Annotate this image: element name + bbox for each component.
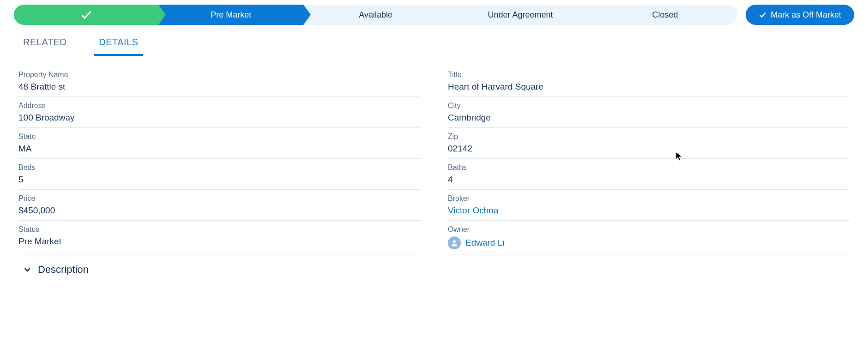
avatar [448,236,461,249]
mark-off-market-label: Mark as Off Market [771,10,841,20]
field-label: Baths [448,163,850,172]
field-label: Zip [448,133,850,141]
mark-off-market-button[interactable]: Mark as Off Market [746,5,854,25]
svg-point-0 [453,240,456,243]
accordion-title: Description [38,264,89,276]
path-step-under-agreement[interactable]: Under Agreement [448,5,592,25]
tab-label: DETAILS [99,37,138,47]
field-value: 4 [448,175,850,185]
tab-label: RELATED [23,37,66,47]
field-property-name[interactable]: Property Name 48 Brattle st [18,66,420,97]
field-label: Beds [18,163,420,172]
tab-related[interactable]: RELATED [18,33,71,56]
field-label: Title [448,71,850,79]
field-label: Property Name [18,71,420,79]
field-title[interactable]: Title Heart of Harvard Square [448,66,850,97]
owner-link[interactable]: Edward Li [465,238,505,248]
field-status[interactable]: Status Pre Market [18,221,420,254]
field-city[interactable]: City Cambridge [448,97,850,128]
field-broker[interactable]: Broker Victor Ochoa [448,190,850,221]
field-value: $450,000 [18,205,420,216]
field-value: Cambridge [448,113,850,123]
description-accordion[interactable]: Description [0,254,868,276]
path-row: Pre Market Available Under Agreement Clo… [0,5,868,33]
path-container: Pre Market Available Under Agreement Clo… [14,5,737,25]
field-value: Pre Market [18,236,420,247]
field-value: 02142 [448,144,850,154]
field-baths[interactable]: Baths 4 [448,159,850,190]
detail-tabs: RELATED DETAILS [0,33,868,56]
check-icon [80,8,93,21]
broker-link[interactable]: Victor Ochoa [448,205,850,216]
path-step-closed[interactable]: Closed [593,5,737,25]
field-label: Address [18,102,420,110]
field-owner[interactable]: Owner Edward Li [448,221,850,254]
path-step-complete[interactable] [14,5,158,25]
field-price[interactable]: Price $450,000 [18,190,420,221]
field-value: 5 [18,175,420,185]
field-beds[interactable]: Beds 5 [18,159,420,190]
field-zip[interactable]: Zip 02142 [448,128,850,159]
field-value: MA [18,144,420,154]
field-value: 100 Broadway [18,113,420,123]
field-value: 48 Brattle st [18,82,420,92]
path-step-label: Pre Market [211,10,251,20]
path-step-label: Available [359,10,392,20]
field-label: Broker [448,194,850,203]
details-grid: Property Name 48 Brattle st Title Heart … [0,56,868,254]
field-label: State [18,133,420,141]
path-step-available[interactable]: Available [303,5,448,25]
field-value: Heart of Harvard Square [448,82,850,92]
field-address[interactable]: Address 100 Broadway [18,97,420,128]
path-step-label: Under Agreement [488,10,553,20]
field-label: Owner [448,225,850,234]
path-step-label: Closed [652,10,678,20]
check-icon [759,11,767,19]
field-label: City [448,102,850,110]
user-icon [450,239,458,247]
field-label: Status [18,225,420,234]
field-label: Price [18,194,420,203]
field-state[interactable]: State MA [18,128,420,159]
tab-details[interactable]: DETAILS [94,33,143,56]
chevron-down-icon [22,265,32,275]
path-step-pre-market[interactable]: Pre Market [158,5,303,25]
